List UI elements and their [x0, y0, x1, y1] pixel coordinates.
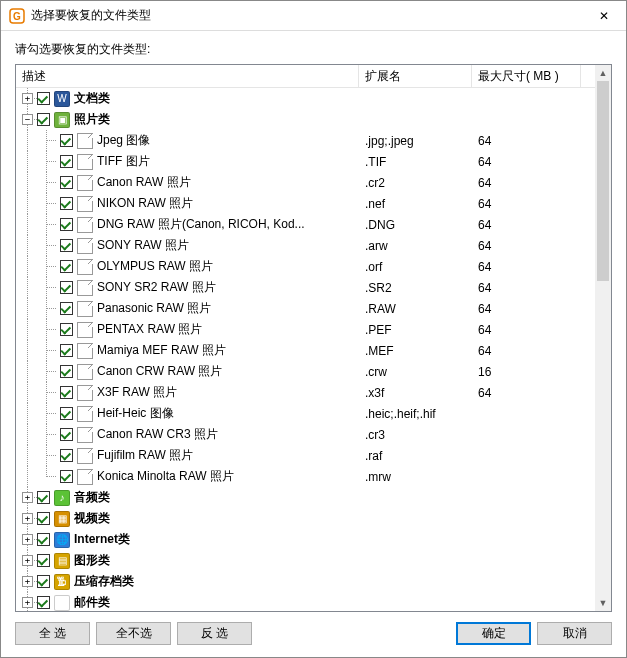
file-type-row[interactable]: Fujifilm RAW 照片 .raf: [16, 445, 595, 466]
item-checkbox[interactable]: [60, 407, 73, 420]
item-extension: .arw: [359, 239, 472, 253]
item-label: Konica Minolta RAW 照片: [97, 468, 234, 485]
item-maxsize: 16: [472, 365, 581, 379]
category-row-photos[interactable]: − ▣ 照片类: [16, 109, 595, 130]
expander-icon[interactable]: +: [22, 534, 33, 545]
ok-button[interactable]: 确定: [456, 622, 531, 645]
item-extension: .jpg;.jpeg: [359, 134, 472, 148]
category-row-audio[interactable]: + ♪ 音频类: [16, 487, 595, 508]
select-none-button[interactable]: 全不选: [96, 622, 171, 645]
item-checkbox[interactable]: [60, 386, 73, 399]
file-icon: [77, 196, 93, 212]
file-type-row[interactable]: NIKON RAW 照片 .nef 64: [16, 193, 595, 214]
item-checkbox[interactable]: [60, 302, 73, 315]
file-type-row[interactable]: Canon RAW CR3 照片 .cr3: [16, 424, 595, 445]
cancel-button[interactable]: 取消: [537, 622, 612, 645]
item-extension: .raf: [359, 449, 472, 463]
category-checkbox[interactable]: [37, 575, 50, 588]
svg-text:G: G: [13, 11, 21, 22]
file-icon: [77, 259, 93, 275]
expander-icon[interactable]: +: [22, 513, 33, 524]
item-checkbox[interactable]: [60, 155, 73, 168]
category-checkbox[interactable]: [37, 596, 50, 609]
item-checkbox[interactable]: [60, 449, 73, 462]
invert-selection-button[interactable]: 反 选: [177, 622, 252, 645]
item-maxsize: 64: [472, 155, 581, 169]
file-type-row[interactable]: Heif-Heic 图像 .heic;.heif;.hif: [16, 403, 595, 424]
item-maxsize: 64: [472, 344, 581, 358]
expander-icon[interactable]: +: [22, 555, 33, 566]
category-checkbox[interactable]: [37, 92, 50, 105]
column-header-maxsize[interactable]: 最大尺寸( MB ): [472, 65, 581, 87]
item-extension: .mrw: [359, 470, 472, 484]
category-checkbox[interactable]: [37, 533, 50, 546]
file-type-row[interactable]: Mamiya MEF RAW 照片 .MEF 64: [16, 340, 595, 361]
close-button[interactable]: ✕: [581, 1, 626, 30]
item-checkbox[interactable]: [60, 260, 73, 273]
category-row-video[interactable]: + ▦ 视频类: [16, 508, 595, 529]
file-type-row[interactable]: X3F RAW 照片 .x3f 64: [16, 382, 595, 403]
item-maxsize: 64: [472, 281, 581, 295]
file-type-row[interactable]: SONY RAW 照片 .arw 64: [16, 235, 595, 256]
category-row-mail[interactable]: + ✉ 邮件类: [16, 592, 595, 611]
item-maxsize: 64: [472, 176, 581, 190]
item-checkbox[interactable]: [60, 470, 73, 483]
expander-icon[interactable]: +: [22, 576, 33, 587]
item-label: Fujifilm RAW 照片: [97, 447, 193, 464]
file-type-row[interactable]: Canon CRW RAW 照片 .crw 16: [16, 361, 595, 382]
file-type-row[interactable]: Panasonic RAW 照片 .RAW 64: [16, 298, 595, 319]
category-row-internet[interactable]: + 🌐 Internet类: [16, 529, 595, 550]
column-header-description[interactable]: 描述: [16, 65, 359, 87]
item-checkbox[interactable]: [60, 134, 73, 147]
scroll-down-icon[interactable]: ▼: [595, 595, 611, 611]
titlebar: G 选择要恢复的文件类型 ✕: [1, 1, 626, 31]
tree-container: 描述 扩展名 最大尺寸( MB ) + W 文档类 − ▣ 照片类: [15, 64, 612, 612]
category-checkbox[interactable]: [37, 512, 50, 525]
item-checkbox[interactable]: [60, 365, 73, 378]
item-checkbox[interactable]: [60, 197, 73, 210]
item-maxsize: 64: [472, 260, 581, 274]
category-checkbox[interactable]: [37, 113, 50, 126]
category-row-docs[interactable]: + W 文档类: [16, 88, 595, 109]
item-checkbox[interactable]: [60, 239, 73, 252]
category-checkbox[interactable]: [37, 491, 50, 504]
scrollbar-thumb[interactable]: [597, 81, 609, 281]
expander-icon[interactable]: +: [22, 597, 33, 608]
file-type-row[interactable]: Konica Minolta RAW 照片 .mrw: [16, 466, 595, 487]
file-type-row[interactable]: Jpeg 图像 .jpg;.jpeg 64: [16, 130, 595, 151]
item-extension: .orf: [359, 260, 472, 274]
item-extension: .PEF: [359, 323, 472, 337]
vertical-scrollbar[interactable]: ▲ ▼: [595, 65, 611, 611]
item-checkbox[interactable]: [60, 176, 73, 189]
item-checkbox[interactable]: [60, 218, 73, 231]
item-label: Heif-Heic 图像: [97, 405, 174, 422]
item-checkbox[interactable]: [60, 281, 73, 294]
category-label: Internet类: [74, 531, 130, 548]
item-checkbox[interactable]: [60, 323, 73, 336]
scroll-up-icon[interactable]: ▲: [595, 65, 611, 81]
item-checkbox[interactable]: [60, 344, 73, 357]
select-all-button[interactable]: 全 选: [15, 622, 90, 645]
item-extension: .cr3: [359, 428, 472, 442]
expander-icon[interactable]: +: [22, 93, 33, 104]
expander-icon[interactable]: +: [22, 492, 33, 503]
column-header-extension[interactable]: 扩展名: [359, 65, 472, 87]
category-row-archive[interactable]: + 🗜 压缩存档类: [16, 571, 595, 592]
item-label: NIKON RAW 照片: [97, 195, 193, 212]
video-icon: ▦: [54, 511, 70, 527]
category-row-graphics[interactable]: + ▤ 图形类: [16, 550, 595, 571]
file-type-row[interactable]: TIFF 图片 .TIF 64: [16, 151, 595, 172]
item-extension: .nef: [359, 197, 472, 211]
file-icon: [77, 427, 93, 443]
button-bar: 全 选 全不选 反 选 确定 取消: [1, 612, 626, 655]
file-type-row[interactable]: PENTAX RAW 照片 .PEF 64: [16, 319, 595, 340]
item-label: OLYMPUS RAW 照片: [97, 258, 213, 275]
expander-icon[interactable]: −: [22, 114, 33, 125]
file-type-row[interactable]: SONY SR2 RAW 照片 .SR2 64: [16, 277, 595, 298]
category-checkbox[interactable]: [37, 554, 50, 567]
file-type-row[interactable]: Canon RAW 照片 .cr2 64: [16, 172, 595, 193]
file-icon: [77, 301, 93, 317]
file-type-row[interactable]: DNG RAW 照片(Canon, RICOH, Kod... .DNG 64: [16, 214, 595, 235]
item-checkbox[interactable]: [60, 428, 73, 441]
file-type-row[interactable]: OLYMPUS RAW 照片 .orf 64: [16, 256, 595, 277]
